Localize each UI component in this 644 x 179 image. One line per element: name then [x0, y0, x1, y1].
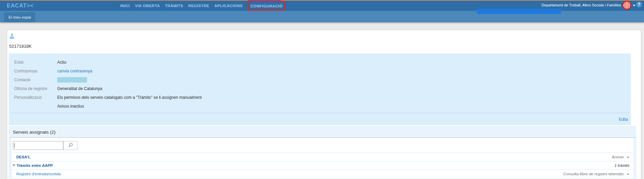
field-label: Contrasenya	[14, 69, 57, 73]
field-row-estat: Estat Actiu	[9, 58, 631, 67]
services-inner: DESA'L Arxiver Tràmits entre AAPP	[12, 138, 633, 179]
field-value: Actiu	[57, 60, 66, 65]
search-row	[12, 138, 633, 150]
profile-details-panel: Estat Actiu Contrasenya canvia contrasen…	[9, 53, 631, 125]
nav-inici[interactable]: INICI	[120, 4, 130, 8]
annotation-blue-strip	[248, 0, 281, 1]
search-icon	[68, 142, 73, 149]
field-row-oficina: Oficina de registre Generalitat de Catal…	[9, 84, 631, 93]
field-value: Avisos inactius	[57, 104, 84, 109]
profile-card: 52171818K Estat Actiu Contrasenya canvia…	[7, 30, 641, 179]
search-button[interactable]	[63, 141, 78, 150]
nav-configuracio[interactable]: CONFIGURACIÓ	[250, 4, 283, 8]
nav-tramits[interactable]: TRÀMITS	[165, 4, 183, 8]
text-cursor	[14, 143, 15, 148]
annotation-red-box: CONFIGURACIÓ	[248, 1, 285, 10]
edit-link[interactable]: Edita	[619, 117, 628, 122]
nav-registre[interactable]: REGISTRE	[188, 4, 209, 8]
dropdown-caret-icon[interactable]	[627, 157, 629, 158]
redacted-contact-value	[57, 77, 87, 83]
collapse-triangle-icon[interactable]	[13, 164, 15, 166]
nav-aplicacions[interactable]: APLICACIONS	[214, 4, 243, 8]
help-icon[interactable]: ?	[636, 2, 642, 7]
field-label: Contacte	[14, 77, 57, 82]
user-id: 52171818K	[9, 44, 32, 49]
service-link-registre[interactable]: Registre d'entrada/sortida	[16, 172, 61, 176]
chevron-down-icon[interactable]	[633, 5, 636, 6]
change-password-link[interactable]: canvia contrasenya	[57, 69, 92, 73]
role-label: Arxiver	[612, 155, 624, 159]
dropdown-caret-icon[interactable]	[627, 174, 629, 175]
role-label: Consulta llibre de registre telemàtic	[563, 172, 624, 176]
services-content: DESA'L Arxiver Tràmits entre AAPP	[12, 138, 633, 179]
field-row-contrasenya: Contrasenya canvia contrasenya	[9, 67, 631, 75]
nav-via-oberta[interactable]: VIA OBERTA	[135, 4, 160, 8]
field-row-avisos: Avisos inactius	[9, 102, 631, 111]
generalitat-logo-icon[interactable]	[622, 1, 631, 10]
redacted-user-name	[477, 9, 561, 14]
field-row-personalitzacio: Personalització Els permisos dels servei…	[9, 93, 631, 102]
field-row-contacte: Contacte	[9, 75, 631, 84]
service-group-tramits-aapp[interactable]: Tràmits entre AAPP	[17, 163, 53, 167]
table-row: Tràmits entre AAPP 1 tràmits	[12, 161, 633, 170]
main-nav: INICI VIA OBERTA TRÀMITS REGISTRE APLICA…	[120, 1, 285, 11]
services-table: DESA'L Arxiver Tràmits entre AAPP	[12, 153, 633, 178]
service-link-desal[interactable]: DESA'L	[16, 155, 30, 159]
table-row: Registre d'entrada/sortida Consulta llib…	[12, 170, 633, 178]
table-row: DESA'L Arxiver	[12, 153, 633, 161]
edit-row: Edita	[9, 113, 631, 122]
assigned-services-section: Serveis assignats (2)	[9, 126, 636, 179]
field-value: Generalitat de Catalunya	[57, 86, 102, 91]
field-value: Els permisos dels serveis catalogats com…	[57, 95, 202, 100]
tramits-count: 1 tràmits	[615, 163, 629, 167]
section-title: Serveis assignats (2)	[9, 126, 636, 138]
field-label: Oficina de registre	[14, 86, 57, 91]
department-name: Departament de Treball, Afers Socials i …	[541, 1, 621, 9]
search-input[interactable]	[13, 141, 63, 150]
eacat-logo[interactable]: EACAT><	[7, 1, 34, 11]
field-label: Personalització	[14, 95, 57, 100]
user-avatar-icon	[9, 33, 15, 39]
eacat-page: EACAT>< INICI VIA OBERTA TRÀMITS REGISTR…	[0, 0, 644, 179]
field-label: Estat	[14, 60, 57, 65]
tab-el-meu-espai[interactable]: El meu espai	[4, 12, 35, 22]
